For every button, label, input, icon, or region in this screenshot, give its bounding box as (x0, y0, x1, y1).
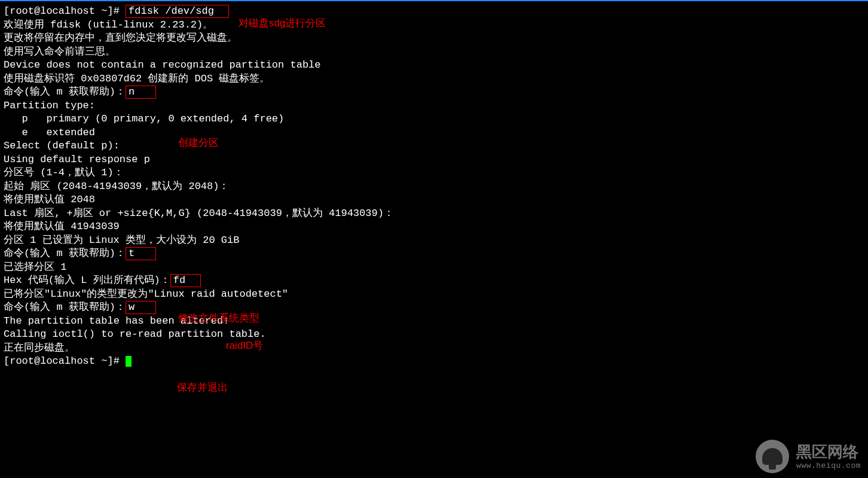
text: 将使用默认值 41943039 (4, 220, 864, 234)
text: 使用写入命令前请三思。 (4, 45, 864, 59)
annotation-w: 保存并退出 (177, 381, 228, 395)
text: 使用磁盘标识符 0x03807d62 创建新的 DOS 磁盘标签。 (4, 72, 864, 86)
watermark-title: 黑区网络 (796, 443, 861, 461)
mushroom-icon (756, 440, 789, 473)
text: Partition type: (4, 99, 864, 113)
cmd-t-box: t (126, 247, 156, 260)
text: The partition table has been altered! (4, 315, 864, 328)
text: Calling ioctl() to re-read partition tab… (4, 328, 864, 342)
text: 将使用默认值 2048 (4, 193, 864, 207)
prompt: [root@localhost ~]# (4, 5, 126, 17)
text: 分区 1 已设置为 Linux 类型，大小设为 20 GiB (4, 234, 864, 248)
text: 已将分区"Linux"的类型更改为"Linux raid autodetect" (4, 288, 864, 302)
text: 更改将停留在内存中，直到您决定将更改写入磁盘。 (4, 32, 864, 45)
cmd-fdisk-box: fdisk /dev/sdg (126, 5, 229, 18)
text: Last 扇区, +扇区 or +size{K,M,G} (2048-41943… (4, 207, 864, 221)
text: Device does not contain a recognized par… (4, 59, 864, 72)
watermark-url: www.heiqu.com (796, 461, 861, 471)
watermark: 黑区网络 www.heiqu.com (756, 440, 861, 473)
hex-prompt: Hex 代码(输入 L 列出所有代码)： (4, 275, 170, 286)
cursor-icon (126, 356, 132, 367)
prompt: [root@localhost ~]# (4, 355, 126, 367)
text: e extended (4, 126, 864, 140)
annotation-fd: raidID号 (226, 339, 263, 353)
prompt: 命令(输入 m 获取帮助)： (4, 302, 126, 313)
annotation-n: 创建分区 (178, 136, 219, 150)
prompt: 命令(输入 m 获取帮助)： (4, 248, 126, 259)
annotation-fdisk: 对磁盘sdg进行分区 (239, 17, 326, 31)
terminal-output[interactable]: [root@localhost ~]# fdisk /dev/sdg 欢迎使用 … (4, 5, 864, 369)
text: 欢迎使用 fdisk (util-linux 2.23.2)。 (4, 19, 864, 32)
text: 起始 扇区 (2048-41943039，默认为 2048)： (4, 180, 864, 194)
prompt: 命令(输入 m 获取帮助)： (4, 86, 126, 98)
text: 已选择分区 1 (4, 261, 864, 275)
text: 分区号 (1-4，默认 1)： (4, 166, 864, 180)
cmd-fd-box: fd (170, 274, 201, 287)
cmd-n-box: n (126, 86, 156, 99)
annotation-t: 修改文件系统类型 (178, 312, 259, 325)
text: 正在同步磁盘。 (4, 342, 864, 355)
text: p primary (0 primary, 0 extended, 4 free… (4, 112, 864, 126)
text: Select (default p): (4, 139, 864, 153)
text: Using default response p (4, 153, 864, 167)
cmd-w-box: w (126, 301, 156, 314)
